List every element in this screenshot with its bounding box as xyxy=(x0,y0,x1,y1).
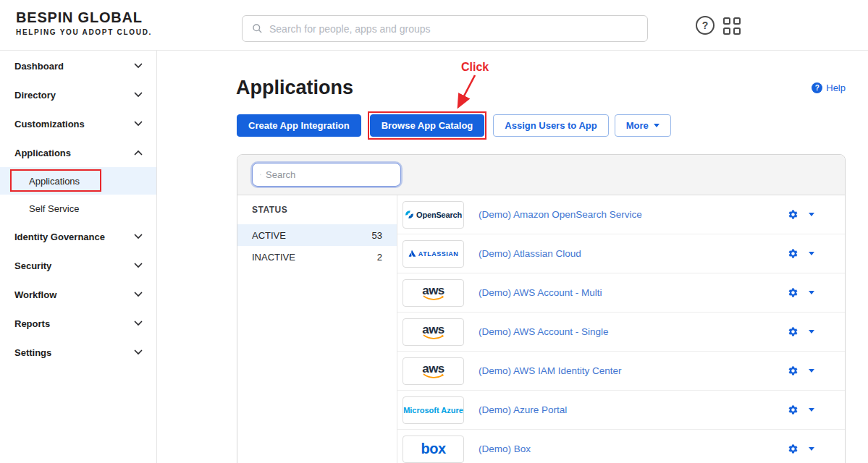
box-logo: box xyxy=(403,436,464,463)
chevron-up-icon xyxy=(134,150,143,156)
sidebar-item-applications[interactable]: Applications xyxy=(0,138,156,167)
row-actions xyxy=(788,287,814,298)
row-dropdown-caret[interactable] xyxy=(809,369,814,373)
app-link[interactable]: (Demo) Box xyxy=(479,443,788,454)
help-label: Help xyxy=(826,82,846,93)
app-search xyxy=(252,163,401,187)
main-content: ? Help Applications Create App Integrati… xyxy=(158,51,868,463)
app-link[interactable]: (Demo) AWS Account - Multi xyxy=(479,287,788,298)
sidebar-item-security[interactable]: Security xyxy=(0,251,156,280)
sidebar-item-label: Reports xyxy=(14,318,50,329)
row-dropdown-caret[interactable] xyxy=(809,330,814,334)
logo-text: box xyxy=(421,441,445,457)
create-app-integration-button[interactable]: Create App Integration xyxy=(237,114,361,137)
grid-square xyxy=(733,27,741,35)
sidebar-item-workflow[interactable]: Workflow xyxy=(0,280,156,309)
row-dropdown-caret[interactable] xyxy=(809,291,814,294)
aws-logo: aws xyxy=(403,279,464,307)
more-button[interactable]: More xyxy=(615,114,671,137)
aws-smile-icon xyxy=(422,295,445,301)
row-actions xyxy=(788,365,814,376)
row-dropdown-caret[interactable] xyxy=(809,252,814,255)
aws-smile-icon xyxy=(422,334,445,340)
sidebar: Dashboard Directory Customizations Appli… xyxy=(0,51,157,463)
row-actions xyxy=(788,248,814,259)
global-search xyxy=(242,15,648,42)
sidebar-item-directory[interactable]: Directory xyxy=(0,80,156,109)
status-label: ACTIVE xyxy=(252,230,286,241)
help-link[interactable]: ? Help xyxy=(812,82,846,93)
logo-text: ATLASSIAN xyxy=(418,250,458,258)
more-label: More xyxy=(626,120,649,131)
row-actions xyxy=(788,326,814,337)
chevron-down-icon xyxy=(134,92,143,98)
app-link[interactable]: (Demo) Atlassian Cloud xyxy=(479,248,788,259)
app-list: OpenSearch (Demo) Amazon OpenSearch Serv… xyxy=(397,195,845,463)
sidebar-item-customizations[interactable]: Customizations xyxy=(0,109,156,138)
gear-icon[interactable] xyxy=(788,209,799,220)
app-row: ATLASSIAN (Demo) Atlassian Cloud xyxy=(397,234,845,273)
sidebar-item-dashboard[interactable]: Dashboard xyxy=(0,51,156,80)
status-filter-active[interactable]: ACTIVE 53 xyxy=(237,224,397,246)
page-title: Applications xyxy=(236,77,353,99)
app-link[interactable]: (Demo) AWS IAM Identity Center xyxy=(479,365,788,376)
annotation-arrow xyxy=(442,72,479,114)
app-link[interactable]: (Demo) Azure Portal xyxy=(479,404,788,415)
sidebar-subitem-self-service[interactable]: Self Service xyxy=(0,195,156,222)
sidebar-item-settings[interactable]: Settings xyxy=(0,338,156,367)
sidebar-subitem-label: Self Service xyxy=(29,203,79,214)
grid-square xyxy=(733,17,741,25)
row-actions xyxy=(788,443,814,454)
gear-icon[interactable] xyxy=(788,404,799,415)
status-filter-inactive[interactable]: INACTIVE 2 xyxy=(237,246,397,268)
header-help-icon[interactable]: ? xyxy=(696,16,715,35)
sidebar-item-identity-governance[interactable]: Identity Governance xyxy=(0,222,156,251)
sidebar-item-label: Applications xyxy=(14,148,71,158)
brand-name: BESPIN GLOBAL xyxy=(16,9,152,26)
sidebar-item-reports[interactable]: Reports xyxy=(0,309,156,338)
search-icon xyxy=(252,23,263,34)
assign-users-to-app-button[interactable]: Assign Users to App xyxy=(493,114,608,137)
app-row: OpenSearch (Demo) Amazon OpenSearch Serv… xyxy=(397,195,845,234)
row-dropdown-caret[interactable] xyxy=(809,408,814,412)
gear-icon[interactable] xyxy=(788,287,799,298)
app-row: aws (Demo) AWS Account - Multi xyxy=(397,273,845,313)
app-row: aws (Demo) AWS Account - Single xyxy=(397,313,845,352)
row-dropdown-caret[interactable] xyxy=(809,213,814,216)
sidebar-item-label: Identity Governance xyxy=(14,232,105,242)
row-actions xyxy=(788,404,814,415)
sidebar-subitem-applications[interactable]: Applications xyxy=(0,167,156,195)
browse-app-catalog-button[interactable]: Browse App Catalog xyxy=(370,114,485,137)
brand-logo[interactable]: BESPIN GLOBAL HELPING YOU ADOPT CLOUD. xyxy=(16,9,152,36)
chevron-down-icon xyxy=(134,349,143,355)
app-row: Microsoft Azure (Demo) Azure Portal xyxy=(397,391,845,430)
opensearch-icon xyxy=(405,210,414,219)
sidebar-item-label: Settings xyxy=(14,347,51,358)
chevron-down-icon xyxy=(134,263,143,268)
app-link[interactable]: (Demo) Amazon OpenSearch Service xyxy=(479,209,788,220)
global-search-input[interactable] xyxy=(269,23,638,35)
aws-smile-icon xyxy=(422,373,445,379)
annotation-click-label: Click xyxy=(461,61,489,74)
status-filter: STATUS ACTIVE 53 INACTIVE 2 xyxy=(237,195,397,463)
atlassian-icon xyxy=(408,250,416,258)
gear-icon[interactable] xyxy=(788,365,799,376)
app-link[interactable]: (Demo) AWS Account - Single xyxy=(479,326,788,337)
gear-icon[interactable] xyxy=(788,443,799,454)
opensearch-logo: OpenSearch xyxy=(403,201,464,229)
gear-icon[interactable] xyxy=(788,248,799,259)
panel-body: STATUS ACTIVE 53 INACTIVE 2 xyxy=(237,195,845,463)
status-count: 53 xyxy=(372,230,382,241)
aws-logo: aws xyxy=(403,357,464,385)
panel-header xyxy=(237,155,845,195)
row-dropdown-caret[interactable] xyxy=(809,447,814,451)
row-actions xyxy=(788,209,814,220)
gear-icon[interactable] xyxy=(788,326,799,337)
app-switcher-icon[interactable] xyxy=(723,17,741,35)
chevron-down-icon xyxy=(134,63,143,69)
logo-text: OpenSearch xyxy=(416,211,462,219)
app-search-input[interactable] xyxy=(266,169,393,180)
app-row: aws (Demo) AWS IAM Identity Center xyxy=(397,352,845,391)
action-buttons: Create App Integration Browse App Catalo… xyxy=(237,114,671,137)
sidebar-item-label: Directory xyxy=(14,90,56,101)
